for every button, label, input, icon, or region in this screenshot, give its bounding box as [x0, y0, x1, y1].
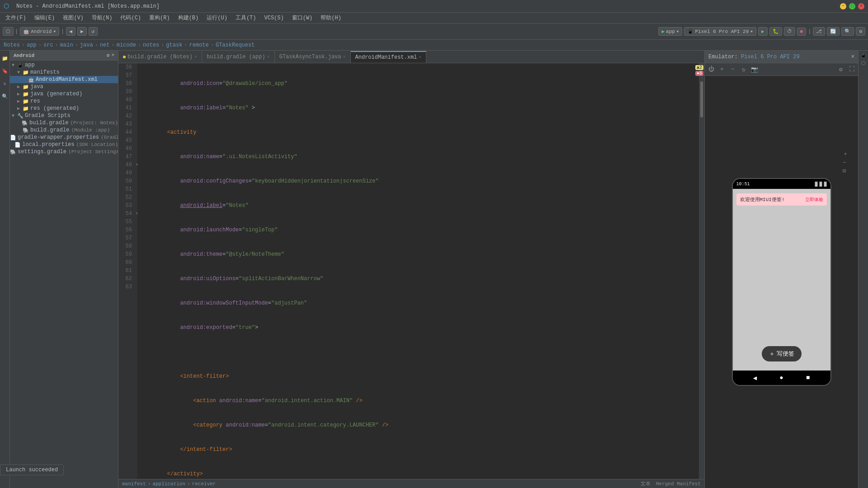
tree-item-local-props[interactable]: 📄 local.properties (SDK Location) [10, 141, 118, 148]
breadcrumb-notes[interactable]: Notes [4, 42, 20, 48]
debug-button[interactable]: 🐛 [769, 27, 782, 36]
breadcrumb-gtask[interactable]: gtask [166, 42, 182, 48]
menu-build[interactable]: 构建(B) [175, 13, 203, 23]
breadcrumb-src[interactable]: src [43, 42, 53, 48]
phone-back-btn[interactable]: ◀ [753, 374, 757, 382]
eb-application[interactable]: application [152, 481, 185, 487]
device-dropdown[interactable]: 📱 Pixel 6 Pro API 29 ▾ [684, 27, 756, 36]
tab-close-gtask[interactable]: × [343, 55, 346, 60]
menu-refactor[interactable]: 重构(R) [146, 13, 174, 23]
menu-help[interactable]: 帮助(H) [317, 13, 345, 23]
menu-file[interactable]: 文件(F) [2, 13, 30, 23]
editor-scrollbar[interactable]: ▲2 ●8 [699, 63, 704, 479]
stop-button[interactable]: ■ [797, 28, 807, 36]
find-icon-btn[interactable]: 🔍 [0, 92, 9, 101]
bookmarks-icon-btn[interactable]: 🔖 [0, 67, 9, 76]
scrollbar-track[interactable] [699, 63, 704, 479]
breadcrumb-notes2[interactable]: notes [143, 42, 159, 48]
device-icon: 📱 [687, 28, 693, 34]
scrollbar-thumb[interactable] [700, 81, 703, 117]
breadcrumb-remote[interactable]: remote [189, 42, 209, 48]
emu-fit[interactable]: ⊡ [843, 168, 848, 174]
toolbar-btn-1[interactable]: ⬡ [3, 27, 14, 36]
maximize-button[interactable]: □ [849, 3, 855, 9]
code-content[interactable]: android:icon="@drawable/icon_app" androi… [137, 63, 699, 479]
tab-close-bg-notes[interactable]: × [194, 55, 197, 60]
breadcrumb-app[interactable]: app [27, 42, 37, 48]
run-button[interactable]: ▶ [758, 27, 768, 36]
menu-edit[interactable]: 编辑(E) [31, 13, 59, 23]
tree-item-settings-gradle[interactable]: 🐘 settings.gradle (Project Settings) [10, 148, 118, 155]
menu-view[interactable]: 视图(V) [59, 13, 87, 23]
tree-item-build-gradle-app[interactable]: 🐘 build.gradle (Module :app) [10, 127, 118, 134]
breadcrumb-main[interactable]: main [60, 42, 73, 48]
tree-item-gradle-scripts[interactable]: ▼ 🔧 Gradle Scripts [10, 112, 118, 119]
breadcrumb-net[interactable]: net [100, 42, 110, 48]
git-btn[interactable]: ⎇ [813, 27, 825, 36]
tab-merged-manifest[interactable]: Merged Manifest [656, 481, 701, 487]
settings-toolbar-btn[interactable]: ⚙ [856, 27, 865, 36]
emu-vol-up-btn[interactable]: + [717, 66, 726, 73]
tb-back-btn[interactable]: ◀ [66, 27, 75, 36]
emu-settings-btn[interactable]: ⚙ [836, 66, 845, 73]
emu-vol-down-btn[interactable]: − [728, 66, 737, 73]
emu-zoom-in[interactable]: ＋ [843, 150, 848, 158]
eb-receiver[interactable]: receiver [192, 481, 216, 487]
build-variants-icon[interactable]: ⬡ [859, 60, 868, 66]
tab-build-gradle-notes[interactable]: build.gradle (Notes) × [118, 51, 202, 63]
tab-text-label[interactable]: 文本 [641, 480, 651, 487]
tree-item-app[interactable]: ▼ 📱 app [10, 61, 118, 69]
project-dropdown[interactable]: 🤖 Android ▾ [20, 27, 59, 36]
menu-vcs[interactable]: VCS(S) [260, 14, 287, 22]
breadcrumb-micode[interactable]: micode [117, 42, 136, 48]
tab-close-bg-app[interactable]: × [267, 55, 270, 60]
tab-android-manifest[interactable]: AndroidManifest.xml × [351, 51, 427, 63]
fold-54[interactable]: ▼ [136, 210, 137, 218]
phone-toast-btn[interactable]: 立即体验 [805, 197, 823, 203]
close-button[interactable]: × [858, 3, 864, 9]
project-icon-btn[interactable]: 📁 [0, 54, 9, 63]
app-config-dropdown[interactable]: ▶ app ▾ [658, 27, 682, 36]
emu-power-btn[interactable]: ⏻ [707, 66, 716, 73]
project-sync-icon[interactable]: ⚙ [107, 52, 110, 58]
phone-recent-btn[interactable]: ■ [806, 374, 810, 381]
tree-item-java-generated[interactable]: ▶ 📁 java (generated) [10, 90, 118, 98]
code-line-38: <activity [141, 128, 695, 136]
breadcrumb-java[interactable]: java [80, 42, 93, 48]
breadcrumb-gtaskrequest[interactable]: GTaskRequest [216, 42, 255, 48]
tree-item-res-generated[interactable]: ▶ 📁 res (generated) [10, 105, 118, 112]
emu-screenshot-btn[interactable]: 📷 [750, 66, 759, 73]
menu-window[interactable]: 窗口(W) [288, 13, 316, 23]
emu-rotate-btn[interactable]: ↻ [739, 66, 748, 73]
fold-48[interactable]: ▼ [136, 161, 137, 169]
profile-button[interactable]: ⏱ [784, 27, 795, 36]
menu-tools[interactable]: 工具(T) [232, 13, 260, 23]
search-toolbar-btn[interactable]: 🔍 [841, 27, 854, 36]
phone-home-btn[interactable]: ● [779, 374, 783, 381]
tree-item-build-gradle-notes[interactable]: 🐘 build.gradle (Project: Notes) [10, 119, 118, 127]
tree-item-java[interactable]: ▶ 📁 java [10, 83, 118, 90]
tree-item-manifests[interactable]: ▼ 📁 manifests [10, 69, 118, 76]
emulator-close-icon[interactable]: × [851, 54, 854, 60]
emu-fullscreen-btn[interactable]: ⛶ [847, 66, 856, 73]
tab-build-gradle-app[interactable]: build.gradle (app) × [202, 51, 275, 63]
tb-reload-btn[interactable]: ↺ [89, 27, 98, 36]
menu-code[interactable]: 代码(C) [117, 13, 145, 23]
eb-manifest[interactable]: manifest [122, 481, 146, 487]
phone-fab[interactable]: ＋ 写便签 [762, 346, 802, 361]
emulator-device-name[interactable]: Pixel 6 Pro API 29 [741, 54, 800, 60]
structure-icon-btn[interactable]: ≡ [0, 80, 9, 89]
menu-navigate[interactable]: 导航(N) [88, 13, 116, 23]
device-manager-icon[interactable]: 📱 [859, 52, 868, 58]
menu-run[interactable]: 运行(U) [203, 13, 231, 23]
tab-close-manifest[interactable]: × [419, 55, 421, 60]
project-close-icon[interactable]: × [111, 52, 114, 58]
minimize-button[interactable]: − [840, 3, 846, 9]
tree-item-androidmanifest[interactable]: 🤖 AndroidManifest.xml [10, 76, 118, 83]
emu-zoom-out[interactable]: − [843, 160, 848, 166]
tb-forward-btn[interactable]: ▶ [77, 27, 87, 36]
tab-gtask-async[interactable]: GTaskAsyncTask.java × [275, 51, 351, 63]
sync-btn[interactable]: 🔄 [827, 27, 840, 36]
tree-item-wrapper-props[interactable]: 📄 gradle-wrapper.properties (Gradle Vers… [10, 134, 118, 141]
tree-item-res[interactable]: ▶ 📁 res [10, 98, 118, 105]
